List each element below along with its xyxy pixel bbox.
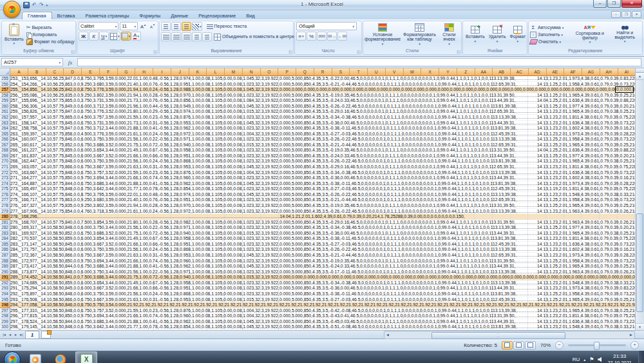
hidden-icons-arrow-icon[interactable]: ▴ [583, 357, 585, 362]
row-header-261[interactable]: 261 [0, 109, 10, 115]
row-header-258[interactable]: 258 [0, 93, 10, 99]
row-cells[interactable]: 281,_169,927,_14.10,58.50,852,0.0,6.750,… [10, 231, 636, 237]
taskbar-firefox[interactable] [50, 352, 71, 363]
bold-button[interactable]: Ж [79, 32, 88, 41]
office-button[interactable] [3, 1, 21, 18]
column-header-AG[interactable]: AG [582, 68, 600, 76]
column-header-AF[interactable]: AF [564, 68, 582, 76]
column-header-D[interactable]: D [64, 68, 82, 76]
taskbar-excel[interactable]: X [75, 351, 97, 363]
sheet-nav-first-icon[interactable]: |◂ [1, 331, 7, 338]
row-header-288[interactable]: 288 [0, 259, 10, 264]
row-cells[interactable]: 255,_154,856,_14.10,56.25,842,0.0,8.750,… [10, 87, 636, 93]
page-break-view-button[interactable] [525, 341, 536, 349]
select-all-corner[interactable] [0, 68, 10, 76]
row-cells[interactable]: 292,_175,897,_14.10,58.50,848,0.0,6.000,… [10, 291, 636, 297]
number-format-select[interactable]: Общий▾ [296, 22, 357, 30]
row-cells[interactable]: 270,_163,667,_14.10,57.75,848,0.0,6.750,… [10, 170, 636, 176]
row-cells[interactable]: 258,_156,306,_14.10,57.75,849,0.0,6.000,… [10, 104, 636, 110]
column-header-AA[interactable]: AA [475, 68, 493, 76]
horizontal-scroll-track[interactable] [391, 332, 628, 338]
row-cells[interactable]: 294,_177,058,_14.10,58.50,846,0.0,8.750,… [10, 302, 636, 308]
row-header-262[interactable]: 262 [0, 115, 10, 121]
dialog-launcher-icon[interactable]: ◱ [357, 50, 361, 54]
zoom-slider-thumb[interactable] [594, 342, 600, 350]
row-cells[interactable]: 268,_162,447,_14.10,57.75,848,0.0,6.000,… [10, 159, 636, 164]
row-header-271[interactable]: 271 [0, 164, 10, 170]
start-button[interactable] [4, 351, 21, 363]
sheet-tab-1[interactable]: 1 [25, 331, 39, 338]
normal-view-button[interactable] [502, 341, 513, 349]
row-cells[interactable]: 288,_173,877,_14.10,58.50,848,0.0,6.000,… [10, 270, 636, 275]
row-header-255[interactable]: 255 [0, 76, 10, 82]
column-header-Y[interactable]: Y [439, 68, 457, 76]
row-header-264[interactable]: 264 [0, 126, 10, 132]
column-header-AE[interactable]: AE [547, 68, 565, 76]
scrollbar-split-box[interactable] [636, 68, 644, 73]
row-cells[interactable]: 291,_175,294,_14.10,58.50,845,0.0,6.000,… [10, 286, 636, 291]
close-button[interactable]: ✕ [621, 0, 642, 8]
comma-style-button[interactable]: 000 [317, 32, 327, 41]
row-header-273[interactable]: 273 [0, 175, 10, 181]
align-bottom-button[interactable] [182, 22, 191, 31]
row-cells[interactable]: 272,_164,887,_14.10,57.75,844,0.0,6.750,… [10, 181, 636, 187]
column-header-AI[interactable]: AI [618, 68, 636, 76]
column-header-X[interactable]: X [421, 68, 439, 76]
row-cells[interactable]: 289,_174,452,_14.10,58.50,841,0.0,7.500,… [10, 275, 636, 280]
horizontal-scroll-thumb[interactable] [431, 332, 565, 339]
row-cells[interactable]: 298,_179,145,_14.10,58.50,848,0.0,6.750,… [10, 324, 636, 330]
horizontal-scrollbar[interactable]: ◀ ▶ [384, 331, 635, 339]
dialog-launcher-icon[interactable]: ◱ [153, 50, 157, 54]
column-header-B[interactable]: B [28, 68, 46, 76]
row-cells[interactable]: 267,_161,837,_14.10,57.75,845,0.0,6.000,… [10, 153, 636, 159]
row-header-298[interactable]: 298 [0, 313, 10, 319]
row-cells[interactable]: 286,_172,977,_14.10,58.50,850,0.0,9.750,… [10, 259, 636, 264]
row-cells[interactable]: 259,_156,826,_14.10,57.75,847,0.0,6.750,… [10, 109, 636, 115]
row-cells[interactable]: 276,_167,327,_14.10,57.75,835,0.0,9.250,… [10, 203, 636, 209]
row-cells[interactable]: 274,_166,107,_14.10,57.75,846,0.0,8.750,… [10, 192, 636, 198]
row-header-279[interactable]: 279 [0, 209, 10, 215]
tab-Данные[interactable]: Данные [166, 12, 193, 19]
row-header-259[interactable]: 259 [0, 98, 10, 104]
column-header-A[interactable]: A [10, 68, 28, 76]
zoom-level[interactable]: 70% [540, 342, 551, 348]
workbook-restore-button[interactable]: ❐ [621, 11, 631, 18]
sheet-nav-next-icon[interactable]: ▸ [13, 331, 19, 338]
sort-filter-button[interactable]: АЯ Сортировка и фильтр▾ [572, 25, 607, 45]
tab-Разметка страницы[interactable]: Разметка страницы [80, 12, 134, 19]
row-header-275[interactable]: 275 [0, 186, 10, 192]
row-header-299[interactable]: 299 [0, 319, 10, 325]
row-header-286[interactable]: 286 [0, 247, 10, 253]
row-header-287[interactable]: 287 [0, 253, 10, 259]
dialog-launcher-icon[interactable]: ◱ [289, 50, 292, 54]
row-header-296[interactable]: 296 [0, 302, 10, 308]
column-header-H[interactable]: H [135, 68, 153, 76]
column-header-U[interactable]: U [368, 68, 386, 76]
tab-Формулы[interactable]: Формулы [134, 12, 166, 19]
row-cells[interactable]: 253,_153,656,_14.10,56.25,847,0.0,8.750,… [10, 76, 636, 82]
row-cells[interactable]: 296,_177,815,_14.10,58.50,850,0.0,9.750,… [10, 313, 636, 319]
row-cells[interactable]: 290,_174,689,_14.10,58.50,859,0.0,6.000,… [10, 280, 636, 286]
row-header-297[interactable]: 297 [0, 308, 10, 314]
clear-button[interactable]: Очистить▾ [530, 39, 571, 45]
align-top-button[interactable] [161, 22, 171, 31]
row-cells[interactable]: 278,_168,296,...........................… [10, 214, 636, 220]
column-header-J[interactable]: J [171, 68, 189, 76]
row-cells[interactable]: 293,_176,508,_14.10,58.50,866,0.0,6.750,… [10, 297, 636, 303]
row-header-284[interactable]: 284 [0, 236, 10, 242]
decrease-indent-button[interactable] [192, 32, 202, 41]
row-cells[interactable]: 265,_160,617,_14.10,57.75,852,0.0,6.750,… [10, 142, 636, 148]
zoom-in-button[interactable]: + [630, 341, 639, 349]
row-header-276[interactable]: 276 [0, 192, 10, 198]
name-box[interactable]: AI257▾ [1, 58, 63, 66]
vertical-scroll-track[interactable] [636, 80, 644, 323]
font-name-select[interactable]: Calibri▾ [79, 22, 118, 30]
shrink-font-button[interactable]: А▼ [149, 23, 156, 30]
row-cells[interactable]: 262,_158,758,_14.10,57.75,847,0.0,6.750,… [10, 126, 636, 132]
row-cells[interactable]: 284,_171,757,_14.10,58.50,848,0.0,6.000,… [10, 247, 636, 253]
row-cells[interactable]: 254,_154,266,_14.10,56.25,863,0.0,9.250,… [10, 82, 636, 88]
row-header-294[interactable]: 294 [0, 291, 10, 297]
row-cells[interactable]: 263,_159,397,_14.10,57.75,858,0.0,4.500,… [10, 132, 636, 137]
row-header-285[interactable]: 285 [0, 242, 10, 248]
orientation-button[interactable]: ▾ [192, 22, 202, 31]
